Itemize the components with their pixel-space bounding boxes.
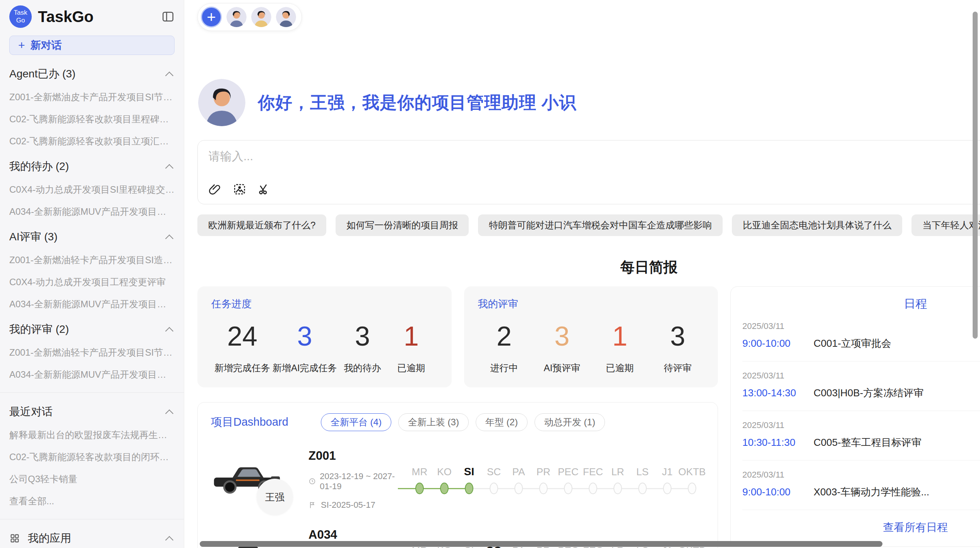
- milestone-dot[interactable]: [465, 483, 473, 494]
- sidebar-task-item[interactable]: C0X4-动力总成开发项目SI里程碑提交物检查: [9, 183, 175, 196]
- main-content: + 王强: [184, 0, 980, 548]
- chevron-up-icon[interactable]: [165, 536, 173, 544]
- sidebar-task-item[interactable]: A034-全新新能源MUV产品开发项目造型可行性评审: [9, 368, 175, 381]
- milestone-dot[interactable]: [589, 483, 597, 494]
- sidebar-task-item[interactable]: Z001-全新燃油皮卡产品开发项目SI节点Lesson Learn报告: [9, 91, 175, 103]
- sidebar-section-header[interactable]: 我的评审 (2): [9, 322, 175, 337]
- sidebar-task-item[interactable]: C0X4-动力总成开发项目工程变更评审: [9, 276, 175, 288]
- milestone-label: SC: [487, 465, 501, 483]
- milestone-label: PEC: [558, 465, 578, 483]
- sidebar-task-item[interactable]: A034-全新新能源MUV产品开发项目法规符合性评审: [9, 298, 175, 310]
- suggestion-chip[interactable]: 特朗普可能对进口汽车增税会对中国车企造成哪些影响: [478, 214, 723, 236]
- stat: 3 待评审: [654, 321, 701, 374]
- chevron-up-icon[interactable]: [165, 409, 173, 417]
- dashboard-filter[interactable]: 年型 (2): [476, 413, 528, 431]
- stat-value: 3: [670, 321, 685, 352]
- milestone-dot[interactable]: [638, 483, 647, 494]
- event-date: 2025/03/11: [742, 371, 980, 381]
- sidebar-item-my-apps[interactable]: 我的应用: [9, 531, 175, 546]
- divider: [0, 519, 184, 519]
- dashboard-filter[interactable]: 全新上装 (3): [398, 413, 469, 431]
- milestone: SC: [481, 465, 506, 494]
- sidebar-section-header[interactable]: 我的待办 (2): [9, 159, 175, 174]
- milestone-label: LS: [636, 465, 649, 483]
- new-chat-label: 新对话: [31, 38, 62, 52]
- stat-value: 1: [612, 321, 627, 352]
- stat-label: 我的待办: [344, 362, 381, 374]
- greeting-text: 你好，王强，我是你的项目管理助理 小识: [258, 91, 576, 114]
- scissors-icon[interactable]: [257, 182, 271, 196]
- sidebar-section-header[interactable]: Agent已办 (3): [9, 67, 175, 81]
- suggestion-chip[interactable]: 欧洲新规最近颁布了什么?: [197, 214, 326, 236]
- milestone-label: J1: [662, 465, 672, 483]
- stat-value: 3: [355, 321, 370, 352]
- chevron-up-icon[interactable]: [165, 164, 173, 172]
- sidebar-task-item[interactable]: C02-飞腾新能源轻客改款项目立项汇报方案: [9, 135, 175, 147]
- chevron-up-icon[interactable]: [165, 71, 173, 79]
- stat: 1 已逾期: [388, 321, 435, 374]
- milestone-dot[interactable]: [688, 483, 696, 494]
- view-all-conversations-link[interactable]: 查看全部...: [9, 495, 175, 507]
- divider: [0, 392, 184, 393]
- milestone-dot[interactable]: [514, 483, 523, 494]
- milestone-dot[interactable]: [539, 483, 548, 494]
- clock-icon: [308, 477, 316, 486]
- milestone: J1: [655, 465, 680, 494]
- stat-label: 新增AI完成任务: [272, 362, 337, 374]
- suggestion-chips: 欧洲新规最近颁布了什么?如何写一份清晰的项目周报特朗普可能对进口汽车增税会对中国…: [197, 214, 980, 236]
- suggestion-chip[interactable]: 当下年轻人对汽车外观有怎样的喜好趋势: [911, 214, 980, 236]
- schedule-title: 日程: [731, 296, 980, 312]
- stat-row: 2 进行中 3 AI预评审 1 已逾期 3 待评审: [478, 321, 704, 374]
- event-row: 10:30-11:30 C005-整车工程目标评审 加入: [742, 436, 980, 449]
- dashboard-filters: 全新平台 (4)全新上装 (3)年型 (2)动总开发 (1): [321, 413, 605, 431]
- sidebar-task-item[interactable]: Z001-全新燃油轻卡产品开发项目SI节点属性5D文件评审: [9, 346, 175, 359]
- agent-avatar-1[interactable]: [226, 7, 247, 27]
- image-icon[interactable]: [233, 182, 247, 196]
- agent-avatar-2[interactable]: [251, 7, 271, 27]
- dashboard-title: 项目Dashboard: [211, 414, 288, 430]
- chevron-up-icon[interactable]: [165, 234, 173, 242]
- suggestion-chip[interactable]: 如何写一份清晰的项目周报: [336, 214, 469, 236]
- app-window: Task Go TaskGo + 新对话 Agent已办 (3) Z001-全新…: [0, 0, 980, 548]
- recent-conversation-item[interactable]: 公司Q3轻卡销量: [9, 473, 175, 485]
- milestone-dot[interactable]: [613, 483, 622, 494]
- stat-label: 已逾期: [397, 362, 425, 374]
- stat-value: 24: [227, 321, 257, 352]
- message-input[interactable]: [209, 150, 840, 163]
- milestone: SI: [457, 465, 481, 494]
- vertical-scrollbar[interactable]: [973, 12, 978, 339]
- project-info: Z001 2023-12-19 ~ 2027-01-19 SI-2025-05-…: [308, 449, 405, 510]
- suggestion-chip[interactable]: 比亚迪全固态电池计划具体说了什么: [732, 214, 902, 236]
- milestone-dot[interactable]: [663, 483, 672, 494]
- milestone-dot[interactable]: [440, 483, 449, 494]
- sidebar-task-item[interactable]: C02-飞腾新能源轻客改款项目里程碑画布: [9, 113, 175, 125]
- content-row: 任务进度 24 新增完成任务 3 新增AI完成任务 3 我的待办 1 已逾期: [197, 286, 980, 548]
- dashboard-filter[interactable]: 动总开发 (1): [535, 413, 605, 431]
- sidebar-task-item[interactable]: Z001-全新燃油轻卡产品开发项目SI造型提交物评审: [9, 254, 175, 266]
- project-code: Z001: [308, 449, 405, 463]
- stat-row: 24 新增完成任务 3 新增AI完成任务 3 我的待办 1 已逾期: [211, 321, 438, 374]
- project-row[interactable]: 王强 Z001 2023-12-19 ~ 2027-01-19 SI-2025-…: [211, 449, 704, 510]
- agent-avatar-3[interactable]: [276, 7, 296, 27]
- recent-conversation-item[interactable]: C02-飞腾新能源轻客改款项目的闭环通告反馈情况: [9, 451, 175, 463]
- schedule-event: 2025/03/11 9:00-10:00 C001-立项审批会 加入: [742, 312, 980, 361]
- paperclip-icon[interactable]: [208, 182, 222, 196]
- sidebar-task-item[interactable]: A034-全新新能源MUV产品开发项目计划变更表编写: [9, 206, 175, 218]
- recent-header[interactable]: 最近对话: [9, 404, 175, 419]
- milestone-dot[interactable]: [490, 483, 498, 494]
- new-chat-button[interactable]: + 新对话: [9, 36, 175, 55]
- milestone-dot[interactable]: [415, 483, 424, 494]
- my-apps-label: 我的应用: [28, 531, 71, 546]
- schedule-events: 2025/03/11 9:00-10:00 C001-立项审批会 加入 2025…: [731, 312, 980, 510]
- add-agent-button[interactable]: +: [201, 7, 222, 27]
- sidebar-section-title: Agent已办 (3): [9, 67, 75, 81]
- topbar: + 王强: [197, 3, 980, 31]
- sidebar-section-header[interactable]: AI评审 (3): [9, 229, 175, 244]
- horizontal-scrollbar[interactable]: [200, 541, 882, 547]
- dashboard-filter[interactable]: 全新平台 (4): [321, 413, 391, 431]
- recent-conversation-item[interactable]: 解释最新出台的欧盟报废车法规再生塑料比例被调至15%...: [9, 429, 175, 441]
- chevron-up-icon[interactable]: [165, 327, 173, 335]
- milestone: PEC: [556, 465, 581, 494]
- collapse-sidebar-icon[interactable]: [161, 10, 175, 23]
- milestone-dot[interactable]: [564, 483, 572, 494]
